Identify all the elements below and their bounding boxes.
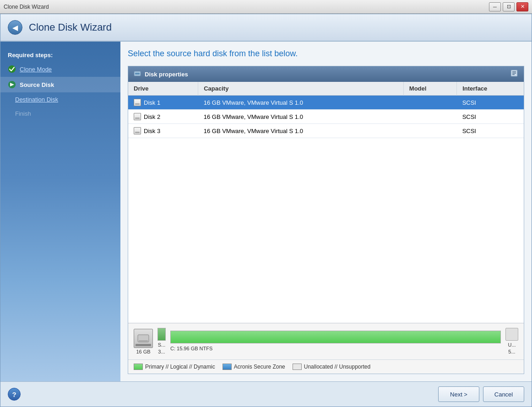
- col-drive: Drive: [128, 82, 198, 96]
- col-capacity: Capacity: [198, 82, 404, 96]
- sys-label: S...3...: [158, 342, 166, 355]
- source-disk-label: Source Disk: [20, 81, 54, 88]
- svg-rect-10: [139, 340, 148, 342]
- cancel-button[interactable]: Cancel: [483, 386, 524, 402]
- drive-name: Disk 1: [144, 99, 160, 106]
- disk-panel-header-left: Disk properties: [134, 70, 188, 79]
- sidebar-item-source-disk[interactable]: Source Disk: [0, 77, 120, 92]
- sidebar: Required steps: Clone Mode Source Disk D…: [0, 42, 120, 381]
- disk-panel-header-icon: [134, 70, 141, 79]
- main-panel: Select the source hard disk from the lis…: [120, 42, 532, 381]
- disk-viz-size-label: 16 GB: [136, 349, 150, 354]
- drive-name: Disk 2: [144, 113, 160, 120]
- legend: Primary // Logical // Dynamic Acronis Se…: [128, 359, 524, 374]
- help-button[interactable]: ?: [8, 388, 21, 401]
- check-icon: [8, 65, 16, 73]
- clone-mode-label: Clone Mode: [20, 66, 52, 73]
- restore-button[interactable]: ⊡: [503, 2, 515, 11]
- partition-info: C: 15.96 GB NTFS: [170, 345, 501, 352]
- disk-viz-partitions: C: 15.96 GB NTFS: [170, 331, 501, 352]
- table-row[interactable]: Disk 1 16 GB VMware, VMware Virtual S 1.…: [128, 96, 524, 110]
- title-bar: Clone Disk Wizard ─ ⊡ ✕: [0, 0, 532, 14]
- main-title: Select the source hard disk from the lis…: [128, 49, 524, 59]
- legend-box-primary: [134, 364, 143, 370]
- col-model: Model: [403, 82, 456, 96]
- cell-interface: SCSI: [457, 96, 524, 110]
- destination-disk-label: Destination Disk: [15, 96, 58, 103]
- cell-interface: SCSI: [457, 110, 524, 124]
- disk-visualization: 16 GB S...3... C: 15.96 GB NTFS U...5...: [128, 323, 524, 359]
- legend-box-unalloc: [293, 364, 302, 370]
- cell-drive: Disk 3: [128, 124, 198, 138]
- cell-capacity: 16 GB VMware, VMware Virtual S 1.0: [198, 124, 404, 138]
- table-empty-area: [128, 138, 524, 323]
- legend-item-secure: Acronis Secure Zone: [223, 364, 285, 370]
- close-button[interactable]: ✕: [516, 2, 528, 11]
- finish-label: Finish: [15, 110, 31, 117]
- window-title: Clone Disk Wizard: [29, 21, 112, 33]
- disk-table: Drive Capacity Model Interface Disk 1 16: [128, 82, 524, 138]
- sidebar-item-clone-mode[interactable]: Clone Mode: [0, 61, 120, 77]
- bottom-buttons: Next > Cancel: [438, 386, 524, 402]
- window-header: ◀ Clone Disk Wizard: [0, 14, 532, 42]
- legend-label-primary: Primary // Logical // Dynamic: [145, 364, 215, 370]
- cell-drive: Disk 1: [128, 96, 198, 110]
- drive-name: Disk 3: [144, 128, 160, 134]
- disk-viz-icon: [134, 329, 153, 348]
- disk-panel-action-icon[interactable]: [510, 69, 518, 79]
- disk-panel: Disk properties Drive Capacity Model Int…: [128, 66, 524, 374]
- cell-interface: SCSI: [457, 124, 524, 138]
- arrow-icon: [8, 80, 16, 89]
- disk-panel-header: Disk properties: [128, 66, 524, 82]
- table-row[interactable]: Disk 2 16 GB VMware, VMware Virtual S 1.…: [128, 110, 524, 124]
- cell-model: [403, 124, 456, 138]
- cell-capacity: 16 GB VMware, VMware Virtual S 1.0: [198, 110, 404, 124]
- sidebar-item-finish: Finish: [0, 107, 120, 121]
- cell-capacity: 16 GB VMware, VMware Virtual S 1.0: [198, 96, 404, 110]
- disk-panel-title: Disk properties: [145, 71, 188, 78]
- legend-label-secure: Acronis Secure Zone: [234, 364, 285, 370]
- col-interface: Interface: [457, 82, 524, 96]
- back-button[interactable]: ◀: [8, 20, 22, 35]
- table-row[interactable]: Disk 3 16 GB VMware, VMware Virtual S 1.…: [128, 124, 524, 138]
- title-bar-text: Clone Disk Wizard: [4, 4, 49, 10]
- next-button[interactable]: Next >: [438, 386, 479, 402]
- content-area: Required steps: Clone Mode Source Disk D…: [0, 42, 532, 381]
- minimize-button[interactable]: ─: [489, 2, 501, 11]
- cell-model: [403, 110, 456, 124]
- main-window: ◀ Clone Disk Wizard Required steps: Clon…: [0, 14, 532, 407]
- bottom-bar: ? Next > Cancel: [0, 381, 532, 407]
- end-label: U...5...: [508, 342, 516, 355]
- legend-label-unalloc: Unallocated // Unsupported: [304, 364, 370, 370]
- disk-icon: [134, 99, 141, 106]
- cell-model: [403, 96, 456, 110]
- disk-icon: [134, 127, 141, 134]
- svg-rect-4: [135, 73, 140, 75]
- sidebar-section-title: Required steps:: [0, 49, 120, 61]
- legend-item-primary: Primary // Logical // Dynamic: [134, 364, 215, 370]
- legend-box-secure: [223, 364, 232, 370]
- sidebar-item-destination-disk[interactable]: Destination Disk: [0, 92, 120, 107]
- title-bar-controls: ─ ⊡ ✕: [489, 2, 528, 11]
- legend-item-unalloc: Unallocated // Unsupported: [293, 364, 370, 370]
- cell-drive: Disk 2: [128, 110, 198, 124]
- disk-icon: [134, 113, 141, 120]
